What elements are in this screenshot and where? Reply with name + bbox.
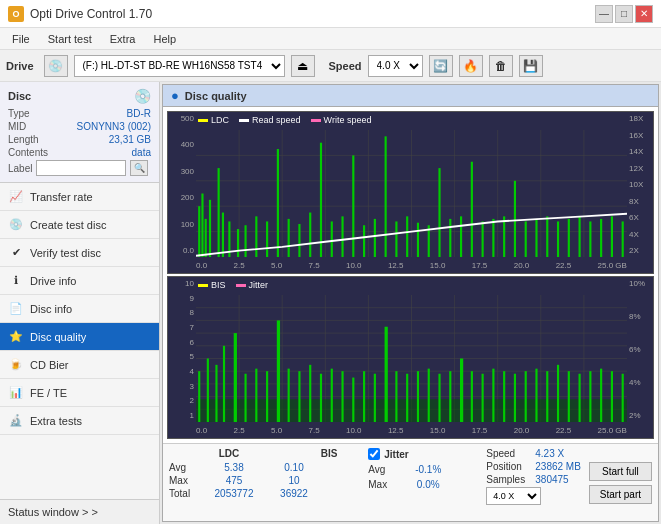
sidebar-item-verify-test-disc[interactable]: ✔ Verify test disc <box>0 239 159 267</box>
samples-label: Samples <box>486 474 531 485</box>
legend-bis: BIS <box>198 280 226 290</box>
svg-rect-25 <box>288 219 290 257</box>
menu-extra[interactable]: Extra <box>102 31 144 47</box>
ldc-chart: LDC Read speed Write speed 500 <box>167 111 654 274</box>
svg-rect-94 <box>385 327 388 422</box>
minimize-button[interactable]: — <box>595 5 613 23</box>
jitter-checkbox[interactable] <box>368 448 380 460</box>
total-label: Total <box>169 488 204 499</box>
speed-select-small[interactable]: 4.0 X <box>486 487 541 505</box>
menubar: File Start test Extra Help <box>0 28 661 50</box>
avg-label: Avg <box>169 462 204 473</box>
svg-rect-32 <box>363 225 365 257</box>
save-button[interactable]: 💾 <box>519 55 543 77</box>
maximize-button[interactable]: □ <box>615 5 633 23</box>
svg-rect-115 <box>611 371 613 422</box>
disc-contents-label: Contents <box>8 147 48 158</box>
disc-label-label: Label <box>8 163 32 174</box>
bis-chart-plot <box>196 295 627 422</box>
burn-button[interactable]: 🔥 <box>459 55 483 77</box>
disc-label-input[interactable] <box>36 160 126 176</box>
sidebar-item-disc-quality[interactable]: ⭐ Disc quality <box>0 323 159 351</box>
svg-rect-93 <box>374 374 376 422</box>
bis-y-axis-right: 10% 8% 6% 4% 2% <box>627 277 653 422</box>
write-speed-legend-dot <box>311 119 321 122</box>
titlebar-left: O Opti Drive Control 1.70 <box>8 6 152 22</box>
stats-bar: LDC BIS Avg 5.38 0.10 Max 475 10 Total <box>163 443 658 521</box>
svg-rect-86 <box>298 371 300 422</box>
bis-chart: BIS Jitter 10 9 8 7 6 5 <box>167 276 654 439</box>
sidebar-item-cd-bier[interactable]: 🍺 CD Bier <box>0 351 159 379</box>
start-full-button[interactable]: Start full <box>589 462 652 481</box>
jitter-max-value: 0.0% <box>403 479 453 490</box>
svg-rect-109 <box>546 371 548 422</box>
sidebar-item-disc-info[interactable]: 📄 Disc info <box>0 295 159 323</box>
total-bis-value: 36922 <box>264 488 324 499</box>
status-window-label: Status window > > <box>8 506 98 518</box>
refresh-button[interactable]: 🔄 <box>429 55 453 77</box>
speed-select[interactable]: 4.0 X <box>368 55 423 77</box>
disc-type-row: Type BD-R <box>8 108 151 119</box>
sidebar-item-transfer-rate[interactable]: 📈 Transfer rate <box>0 183 159 211</box>
svg-rect-90 <box>341 371 343 422</box>
start-part-button[interactable]: Start part <box>589 485 652 504</box>
svg-rect-28 <box>320 143 322 257</box>
speed-display-label: Speed <box>486 448 531 459</box>
bis-chart-legend: BIS Jitter <box>198 280 268 290</box>
svg-rect-51 <box>568 219 570 257</box>
svg-rect-79 <box>223 346 225 422</box>
sidebar-item-extra-tests[interactable]: 🔬 Extra tests <box>0 407 159 435</box>
ldc-chart-plot <box>196 130 627 257</box>
app-title: Opti Drive Control 1.70 <box>30 7 152 21</box>
eject-button[interactable]: ⏏ <box>291 55 315 77</box>
samples-row: Samples 380475 <box>486 474 581 485</box>
svg-rect-77 <box>207 359 209 423</box>
position-row: Position 23862 MB <box>486 461 581 472</box>
read-speed-legend-dot <box>239 119 249 122</box>
disc-length-row: Length 23,31 GB <box>8 134 151 145</box>
menu-start-test[interactable]: Start test <box>40 31 100 47</box>
svg-rect-87 <box>309 365 311 422</box>
content-area: ● Disc quality LDC Read speed <box>160 82 661 524</box>
disc-label-search-button[interactable]: 🔍 <box>130 160 148 176</box>
jitter-avg-row: Avg -0.1% <box>368 464 478 475</box>
svg-rect-96 <box>406 374 408 422</box>
legend-jitter: Jitter <box>236 280 269 290</box>
svg-rect-37 <box>417 223 419 257</box>
jitter-max-row: Max 0.0% <box>368 479 478 490</box>
menu-help[interactable]: Help <box>145 31 184 47</box>
sidebar-item-fe-te[interactable]: 📊 FE / TE <box>0 379 159 407</box>
ldc-column-header: LDC <box>199 448 259 459</box>
drive-select[interactable]: (F:) HL-DT-ST BD-RE WH16NS58 TST4 <box>74 55 285 77</box>
status-window-button[interactable]: Status window > > <box>0 500 159 524</box>
svg-rect-81 <box>244 374 246 422</box>
menu-file[interactable]: File <box>4 31 38 47</box>
svg-rect-91 <box>352 378 354 422</box>
avg-ldc-value: 5.38 <box>204 462 264 473</box>
svg-rect-76 <box>198 371 200 422</box>
svg-rect-24 <box>277 149 279 257</box>
svg-rect-88 <box>320 374 322 422</box>
svg-rect-14 <box>201 194 203 258</box>
svg-rect-110 <box>557 365 559 422</box>
svg-rect-108 <box>535 369 537 422</box>
bis-column-header: BIS <box>299 448 359 459</box>
svg-rect-82 <box>255 369 257 422</box>
drive-icon-btn[interactable]: 💿 <box>44 55 68 77</box>
sidebar-item-create-test-disc[interactable]: 💿 Create test disc <box>0 211 159 239</box>
disc-quality-title: Disc quality <box>185 90 247 102</box>
ldc-x-axis: 0.0 2.5 5.0 7.5 10.0 12.5 15.0 17.5 20.0… <box>196 257 627 273</box>
svg-rect-50 <box>557 221 559 257</box>
svg-rect-104 <box>492 369 494 422</box>
svg-rect-41 <box>460 216 462 257</box>
drive-toolbar: Drive 💿 (F:) HL-DT-ST BD-RE WH16NS58 TST… <box>0 50 661 82</box>
close-button[interactable]: ✕ <box>635 5 653 23</box>
disc-length-label: Length <box>8 134 39 145</box>
svg-rect-85 <box>288 369 290 422</box>
stats-header-row: LDC BIS <box>169 448 360 459</box>
sidebar-item-drive-info[interactable]: ℹ Drive info <box>0 267 159 295</box>
svg-rect-39 <box>438 168 440 257</box>
max-ldc-value: 475 <box>204 475 264 486</box>
svg-rect-22 <box>255 216 257 257</box>
erase-button[interactable]: 🗑 <box>489 55 513 77</box>
